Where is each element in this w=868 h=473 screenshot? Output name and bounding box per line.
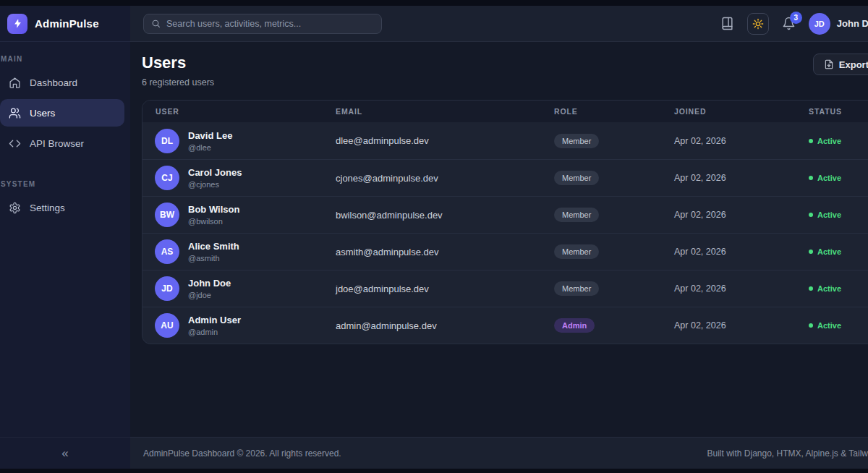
user-handle: @asmith: [188, 254, 239, 263]
user-email: jdoe@adminpulse.dev: [336, 284, 554, 294]
avatar: CJ: [155, 166, 179, 190]
joined-date: Apr 02, 2026: [674, 320, 809, 331]
content-area: Users 6 registered users Export User Ema…: [130, 42, 868, 437]
sidebar-item-dashboard[interactable]: Dashboard: [0, 69, 124, 96]
notifications-button[interactable]: 3: [782, 17, 796, 30]
code-icon: [9, 137, 21, 150]
status-dot-icon: [809, 250, 813, 254]
status-dot-icon: [809, 213, 813, 217]
search-icon: [151, 19, 161, 28]
users-table: User Email Role Joined Status DL David L…: [142, 100, 868, 344]
status-dot-icon: [809, 139, 813, 143]
user-handle: @cjones: [188, 180, 242, 189]
main-column: 3 JD John Doe Users 6 registered users E…: [130, 6, 868, 469]
users-icon: [9, 107, 21, 119]
avatar: DL: [155, 129, 179, 153]
nav-section-system: System: [0, 177, 130, 192]
role-badge: Member: [554, 171, 599, 185]
table-row: AU Admin User @admin admin@adminpulse.de…: [142, 307, 868, 344]
brand-logo[interactable]: AdminPulse: [0, 6, 130, 42]
user-fullname: Alice Smith: [188, 241, 239, 252]
avatar: JD: [809, 13, 830, 35]
nav-section-main: Main: [0, 52, 130, 67]
table-row: AS Alice Smith @asmith asmith@adminpulse…: [142, 233, 868, 270]
status-badge: Active: [809, 174, 868, 182]
status-badge: Active: [809, 284, 868, 293]
footer: AdminPulse Dashboard © 2026. All rights …: [130, 437, 868, 469]
column-header-status: Status: [809, 107, 868, 116]
joined-date: Apr 02, 2026: [674, 284, 809, 294]
role-badge: Admin: [554, 318, 595, 333]
user-email: cjones@adminpulse.dev: [336, 173, 554, 184]
status-dot-icon: [809, 176, 813, 180]
user-menu[interactable]: JD John Doe: [809, 13, 868, 35]
role-badge: Member: [554, 134, 599, 148]
table-row: JD John Doe @jdoe jdoe@adminpulse.dev Me…: [142, 270, 868, 307]
gear-icon: [9, 202, 21, 214]
user-handle: @bwilson: [188, 217, 239, 226]
user-email: dlee@adminpulse.dev: [336, 135, 554, 146]
role-badge: Member: [554, 244, 599, 259]
sidebar-item-label: Settings: [30, 203, 65, 213]
lightning-bolt-icon: [7, 14, 27, 34]
search-input[interactable]: [166, 19, 374, 29]
theme-toggle-button[interactable]: [747, 13, 769, 35]
status-badge: Active: [809, 321, 868, 330]
column-header-joined: Joined: [674, 107, 809, 116]
avatar: JD: [155, 276, 179, 301]
topbar: 3 JD John Doe: [130, 6, 868, 42]
role-badge: Member: [554, 208, 599, 222]
brand-name: AdminPulse: [35, 17, 99, 30]
column-header-role: Role: [554, 107, 674, 116]
sidebar-collapse-button[interactable]: «: [0, 437, 130, 469]
status-dot-icon: [809, 323, 813, 328]
status-badge: Active: [809, 247, 868, 256]
sidebar-item-api-browser[interactable]: API Browser: [0, 129, 124, 157]
book-button[interactable]: [720, 17, 734, 30]
user-fullname: Admin User: [188, 315, 241, 325]
sun-icon: [752, 18, 764, 30]
file-export-icon: [824, 59, 834, 69]
export-button[interactable]: Export: [813, 54, 868, 75]
sidebar-item-label: Dashboard: [30, 77, 77, 88]
role-badge: Member: [554, 281, 599, 296]
sidebar-item-settings[interactable]: Settings: [0, 194, 124, 221]
table-row: DL David Lee @dlee dlee@adminpulse.dev M…: [142, 122, 868, 159]
status-badge: Active: [809, 137, 868, 145]
joined-date: Apr 02, 2026: [674, 210, 809, 220]
sidebar-item-label: API Browser: [30, 138, 84, 149]
book-icon: [720, 17, 734, 30]
joined-date: Apr 02, 2026: [674, 173, 809, 183]
status-badge: Active: [809, 210, 868, 219]
app-window: AdminPulse Main Dashboard Users API Brow…: [0, 6, 868, 469]
sidebar: AdminPulse Main Dashboard Users API Brow…: [0, 6, 130, 469]
footer-copyright: AdminPulse Dashboard © 2026. All rights …: [143, 448, 341, 459]
export-button-label: Export: [839, 59, 868, 70]
sidebar-item-label: Users: [30, 108, 55, 119]
footer-credits: Built with Django, HTMX, Alpine.js & Tai…: [707, 448, 868, 459]
notification-badge: 3: [790, 12, 802, 24]
topbar-actions: 3 JD John Doe: [720, 13, 868, 35]
avatar: AS: [155, 239, 179, 264]
user-handle: @admin: [188, 328, 241, 336]
table-header-row: User Email Role Joined Status: [142, 101, 868, 122]
search-box[interactable]: [143, 14, 382, 34]
avatar: AU: [155, 313, 179, 338]
column-header-email: Email: [336, 107, 554, 116]
home-icon: [9, 77, 21, 89]
user-handle: @jdoe: [188, 291, 231, 299]
user-fullname: Carol Jones: [188, 167, 242, 178]
table-row: BW Bob Wilson @bwilson bwilson@adminpuls…: [142, 196, 868, 233]
user-fullname: John Doe: [188, 278, 231, 289]
sidebar-item-users[interactable]: Users: [0, 99, 124, 127]
user-fullname: David Lee: [188, 130, 232, 141]
user-email: asmith@adminpulse.dev: [336, 247, 554, 257]
user-handle: @dlee: [188, 143, 232, 152]
joined-date: Apr 02, 2026: [674, 136, 809, 146]
status-dot-icon: [809, 286, 813, 291]
user-name: John Doe: [837, 18, 868, 29]
sidebar-nav: Main Dashboard Users API Browser System …: [0, 42, 130, 223]
column-header-user: User: [142, 107, 336, 116]
table-row: CJ Carol Jones @cjones cjones@adminpulse…: [142, 159, 868, 196]
user-fullname: Bob Wilson: [188, 204, 239, 215]
